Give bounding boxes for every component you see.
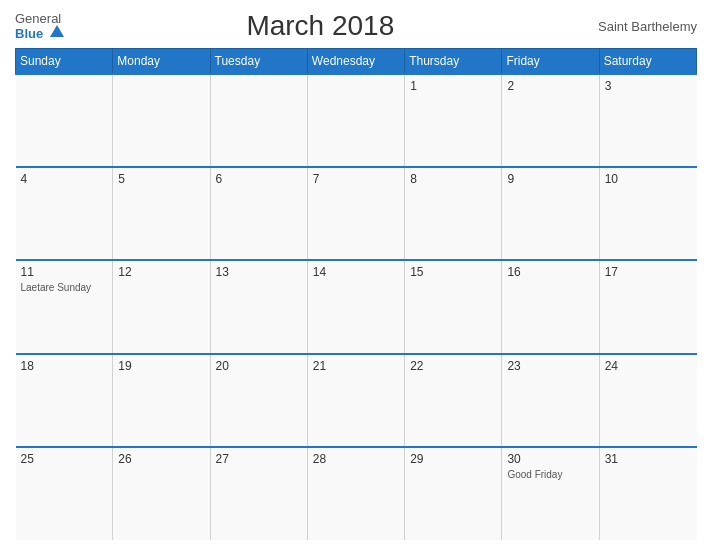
- country-name: Saint Barthelemy: [577, 19, 697, 34]
- day-number: 8: [410, 172, 496, 186]
- weekday-header-sunday: Sunday: [16, 49, 113, 75]
- calendar-cell: 2: [502, 74, 599, 167]
- day-number: 25: [21, 452, 108, 466]
- calendar-cell: [210, 74, 307, 167]
- calendar-cell: 19: [113, 354, 210, 447]
- day-number: 30: [507, 452, 593, 466]
- day-number: 7: [313, 172, 399, 186]
- day-number: 11: [21, 265, 108, 279]
- day-number: 27: [216, 452, 302, 466]
- week-row-4: 18192021222324: [16, 354, 697, 447]
- day-number: 22: [410, 359, 496, 373]
- calendar-header: General Blue March 2018 Saint Barthelemy: [15, 10, 697, 42]
- weekday-header-friday: Friday: [502, 49, 599, 75]
- logo: General Blue: [15, 12, 64, 41]
- week-row-3: 11Laetare Sunday121314151617: [16, 260, 697, 353]
- day-number: 31: [605, 452, 692, 466]
- calendar-cell: 6: [210, 167, 307, 260]
- day-number: 9: [507, 172, 593, 186]
- day-number: 23: [507, 359, 593, 373]
- calendar-cell: 22: [405, 354, 502, 447]
- calendar-cell: 10: [599, 167, 696, 260]
- day-number: 17: [605, 265, 692, 279]
- day-number: 4: [21, 172, 108, 186]
- calendar-cell: 23: [502, 354, 599, 447]
- weekday-header-thursday: Thursday: [405, 49, 502, 75]
- logo-blue-text: Blue: [15, 25, 64, 41]
- calendar-cell: 20: [210, 354, 307, 447]
- logo-general-text: General: [15, 12, 64, 25]
- day-number: 20: [216, 359, 302, 373]
- day-number: 16: [507, 265, 593, 279]
- day-number: 14: [313, 265, 399, 279]
- calendar-cell: 24: [599, 354, 696, 447]
- calendar-cell: 14: [307, 260, 404, 353]
- day-number: 19: [118, 359, 204, 373]
- calendar-cell: 31: [599, 447, 696, 540]
- calendar-cell: 27: [210, 447, 307, 540]
- day-number: 15: [410, 265, 496, 279]
- day-number: 1: [410, 79, 496, 93]
- calendar-cell: 30Good Friday: [502, 447, 599, 540]
- calendar-cell: 8: [405, 167, 502, 260]
- calendar-table: SundayMondayTuesdayWednesdayThursdayFrid…: [15, 48, 697, 540]
- logo-triangle-icon: [50, 25, 64, 37]
- calendar-cell: 1: [405, 74, 502, 167]
- event-text: Laetare Sunday: [21, 281, 108, 294]
- day-number: 18: [21, 359, 108, 373]
- calendar-cell: 25: [16, 447, 113, 540]
- day-number: 2: [507, 79, 593, 93]
- day-number: 12: [118, 265, 204, 279]
- calendar-cell: 21: [307, 354, 404, 447]
- weekday-header-monday: Monday: [113, 49, 210, 75]
- calendar-cell: 9: [502, 167, 599, 260]
- day-number: 29: [410, 452, 496, 466]
- calendar-cell: 16: [502, 260, 599, 353]
- day-number: 13: [216, 265, 302, 279]
- day-number: 10: [605, 172, 692, 186]
- event-text: Good Friday: [507, 468, 593, 481]
- day-number: 3: [605, 79, 692, 93]
- day-number: 28: [313, 452, 399, 466]
- calendar-cell: 15: [405, 260, 502, 353]
- calendar-cell: 3: [599, 74, 696, 167]
- week-row-2: 45678910: [16, 167, 697, 260]
- weekday-header-saturday: Saturday: [599, 49, 696, 75]
- calendar-cell: 29: [405, 447, 502, 540]
- calendar-cell: 4: [16, 167, 113, 260]
- day-number: 24: [605, 359, 692, 373]
- week-row-5: 252627282930Good Friday31: [16, 447, 697, 540]
- calendar-header-row: SundayMondayTuesdayWednesdayThursdayFrid…: [16, 49, 697, 75]
- calendar-cell: [16, 74, 113, 167]
- day-number: 21: [313, 359, 399, 373]
- calendar-cell: [113, 74, 210, 167]
- calendar-cell: 7: [307, 167, 404, 260]
- calendar-cell: [307, 74, 404, 167]
- weekday-header-tuesday: Tuesday: [210, 49, 307, 75]
- calendar-cell: 11Laetare Sunday: [16, 260, 113, 353]
- day-number: 5: [118, 172, 204, 186]
- calendar-cell: 28: [307, 447, 404, 540]
- calendar-cell: 26: [113, 447, 210, 540]
- calendar-cell: 17: [599, 260, 696, 353]
- calendar-cell: 13: [210, 260, 307, 353]
- calendar-cell: 5: [113, 167, 210, 260]
- day-number: 6: [216, 172, 302, 186]
- week-row-1: 123: [16, 74, 697, 167]
- calendar-cell: 18: [16, 354, 113, 447]
- weekday-header-wednesday: Wednesday: [307, 49, 404, 75]
- day-number: 26: [118, 452, 204, 466]
- month-title: March 2018: [64, 10, 577, 42]
- calendar-cell: 12: [113, 260, 210, 353]
